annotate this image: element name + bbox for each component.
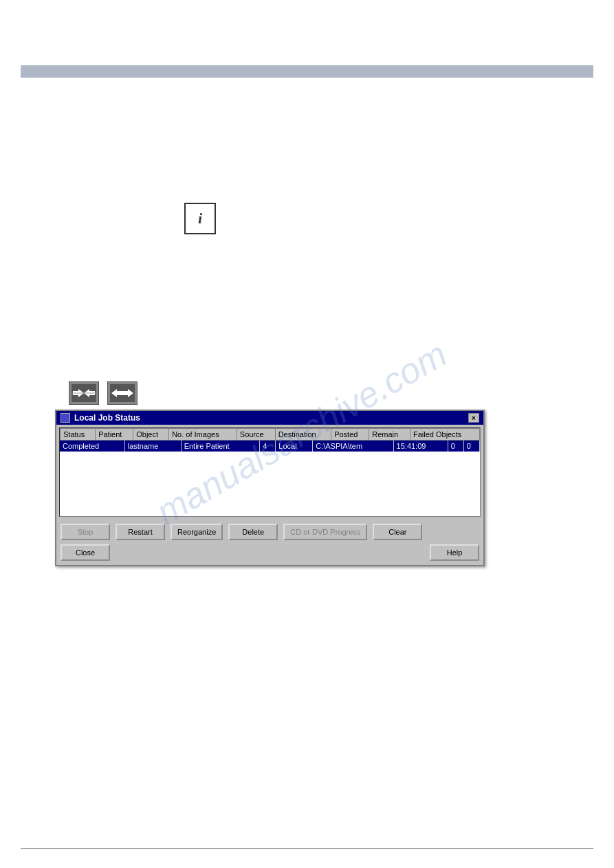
top-bar: [21, 65, 593, 78]
buttons-row-1: Stop Restart Reorganize Delete CD or DVD…: [56, 520, 483, 543]
window-titlebar: Local Job Status ×: [56, 411, 483, 425]
col-source: Source: [237, 429, 275, 441]
window-title: Local Job Status: [74, 413, 140, 423]
cd-dvd-progress-button[interactable]: CD or DVD Progress: [283, 524, 367, 540]
col-no-images: No. of Images: [169, 429, 237, 441]
info-icon-box: i: [184, 203, 216, 234]
cell-failed-objects: 0: [463, 441, 479, 452]
buttons-row-2: Close Help: [56, 543, 483, 565]
col-remain: Remain: [369, 429, 410, 441]
cell-object: Entire Patient: [181, 441, 260, 452]
arrow-icons-row: [69, 381, 138, 405]
col-status: Status: [61, 429, 96, 441]
arrow-compress-left-icon[interactable]: [69, 381, 99, 405]
cell-remain: 0: [448, 441, 463, 452]
title-icon: [61, 413, 70, 423]
cell-no-images: 4: [260, 441, 276, 452]
col-patient: Patient: [96, 429, 133, 441]
table-row[interactable]: Completed lastname Entire Patient 4 Loca…: [60, 441, 480, 452]
job-table-container: Status Patient Object No. of Images Sour…: [59, 427, 481, 517]
info-icon: i: [198, 210, 202, 227]
col-posted: Posted: [331, 429, 369, 441]
col-destination: Destination: [275, 429, 331, 441]
bottom-line: [21, 848, 593, 849]
restart-button[interactable]: Restart: [116, 524, 165, 540]
close-button[interactable]: Close: [61, 544, 110, 561]
col-failed-objects: Failed Objects: [410, 429, 479, 441]
cell-patient: lastname: [124, 441, 181, 452]
job-table: Status Patient Object No. of Images Sour…: [60, 428, 480, 441]
clear-button[interactable]: Clear: [373, 524, 422, 540]
reorganize-button[interactable]: Reorganize: [171, 524, 223, 540]
col-object: Object: [133, 429, 169, 441]
window-close-button[interactable]: ×: [468, 413, 479, 423]
cell-status: Completed: [60, 441, 124, 452]
table-header-row: Status Patient Object No. of Images Sour…: [61, 429, 480, 441]
help-button[interactable]: Help: [430, 544, 479, 561]
cell-posted: 15:41:09: [393, 441, 448, 452]
delete-button[interactable]: Delete: [228, 524, 278, 540]
titlebar-left: Local Job Status: [61, 413, 140, 423]
job-table-body: Completed lastname Entire Patient 4 Loca…: [60, 441, 480, 452]
table-body-area: Completed lastname Entire Patient 4 Loca…: [60, 441, 480, 516]
local-job-status-window: Local Job Status × Status Patient Object…: [55, 410, 485, 566]
cell-destination: C:\ASPIA\tem: [313, 441, 393, 452]
arrow-expand-right-icon[interactable]: [107, 381, 138, 405]
cell-source: Local: [276, 441, 313, 452]
stop-button[interactable]: Stop: [61, 524, 110, 540]
